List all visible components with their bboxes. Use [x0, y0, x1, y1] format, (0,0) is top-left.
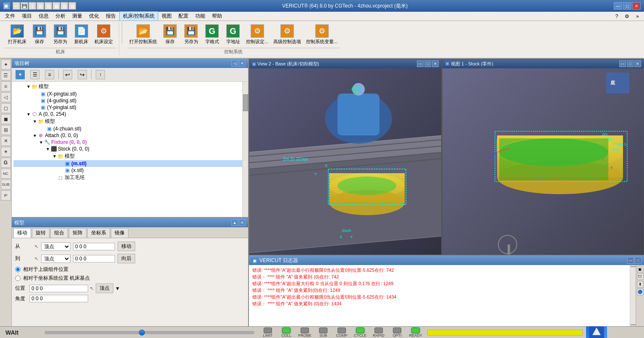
sidebar-add-icon[interactable]: ✦ [1, 60, 11, 70]
menu-file[interactable]: 文件 [2, 12, 18, 21]
view-base-close[interactable]: ✕ [432, 60, 439, 67]
back-button[interactable]: 向后 [118, 254, 135, 263]
view-base-minimize[interactable]: — [417, 60, 424, 67]
sidebar-sub-icon[interactable]: SUB [1, 179, 11, 190]
log-maximize-btn[interactable]: □ [635, 257, 641, 264]
sidebar-list-icon[interactable]: ☰ [1, 70, 11, 81]
position-input[interactable] [29, 285, 88, 292]
slider-thumb[interactable] [139, 330, 145, 335]
menu-function[interactable]: 功能 [192, 12, 209, 21]
progress-slider[interactable] [45, 331, 254, 334]
tree-add-button[interactable]: ✦ [13, 69, 27, 81]
view-base-maximize[interactable]: □ [424, 60, 431, 67]
tree-item-7[interactable]: ▼ ⊕ Attach (0, 0, 0) [13, 132, 246, 139]
log-side-icon-4[interactable]: 🔵 [637, 289, 644, 295]
props-collapse-btn[interactable]: ▲ [231, 219, 238, 226]
tab-rotate[interactable]: 旋转 [32, 228, 50, 238]
tree-item-10[interactable]: ▼ 📁 模型 [13, 152, 246, 160]
tree-item-0[interactable]: ▼ 📁 模型 [13, 83, 246, 91]
tab-matrix[interactable]: 矩阵 [69, 228, 86, 238]
view-stock-content[interactable]: Zm Zc ZCsys 1 Zwp X Y 底 [442, 68, 644, 255]
save-machine-button[interactable]: 💾 保存 [29, 23, 50, 46]
tree-list-button[interactable]: ☰ [28, 69, 42, 81]
sidebar-ip-icon[interactable]: IP [1, 190, 11, 200]
radio-relative-parent[interactable] [15, 267, 21, 272]
close-button[interactable]: ✕ [632, 2, 641, 10]
sidebar-expand-icon[interactable]: ◁ [1, 92, 11, 102]
maximize-button[interactable]: □ [623, 2, 631, 10]
log-side-icon-3[interactable]: ⬆ [637, 281, 644, 288]
sidebar-g-icon[interactable]: G [1, 158, 11, 168]
to-input[interactable] [73, 255, 115, 263]
tree-item-2[interactable]: ▣ (4-guding.stl) [13, 97, 246, 104]
tab-coord[interactable]: 坐标系 [87, 228, 110, 238]
sidebar-grid-icon[interactable]: ⊞ [1, 125, 11, 135]
project-tree-area[interactable]: ▼ 📁 模型 ▣ (X-pingtai.stl) ▣ (4-guding.stl… [12, 82, 248, 217]
menu-project[interactable]: 项目 [18, 12, 35, 21]
save-control-button[interactable]: 💾 保存 [160, 23, 180, 46]
to-select[interactable]: 顶点 [41, 255, 71, 263]
log-side-icon-1[interactable]: ▣ [637, 266, 644, 273]
tree-item-13[interactable]: ◻ 加工毛坯 [13, 174, 246, 182]
open-control-button[interactable]: 📂 打开控制系统 [127, 23, 159, 46]
from-input[interactable] [73, 243, 115, 250]
undo-icon[interactable]: ↩ [13, 2, 20, 10]
tree-redo-button[interactable]: ↪ [76, 69, 89, 81]
tree-item-4[interactable]: ▼ ⬡ A (0, 0, 254) [13, 111, 246, 117]
tree-item-1[interactable]: ▣ (X-pingtai.stl) [13, 91, 246, 97]
view-icon-3[interactable]: ▦ [52, 2, 60, 10]
menu-optimize[interactable]: 优化 [86, 12, 102, 21]
menu-config[interactable]: 配置 [175, 12, 192, 21]
log-scrollbar[interactable] [630, 265, 636, 326]
view-stock-minimize[interactable]: — [619, 60, 626, 67]
info-icon[interactable]: ℹ [29, 2, 36, 10]
sidebar-shape-icon[interactable]: ◻ [1, 103, 11, 113]
tree-undo-button[interactable]: ↩ [61, 69, 74, 81]
radio-relative-coord[interactable] [15, 276, 21, 281]
tree-item-12[interactable]: ▣ (x.stl) [13, 167, 246, 174]
advanced-control-button[interactable]: ⚙ 高级控制选项 [271, 23, 303, 46]
tree-item-11[interactable]: ▣ (m.stl) [13, 160, 246, 167]
tree-item-5[interactable]: ▼ 📁 模型 [13, 117, 246, 125]
view-base-content[interactable]: Zm Zc ZCsys Y X Zmch X Y [249, 68, 441, 255]
view-stock-maximize[interactable]: □ [627, 60, 634, 67]
tree-item-8[interactable]: ▼ 🔧 Fixture (0, 0, 0) [13, 139, 246, 146]
menu-gear-right[interactable]: ⚙ [621, 13, 633, 20]
tab-combine[interactable]: 组合 [50, 228, 68, 238]
sidebar-star-icon[interactable]: ✴ [1, 147, 11, 157]
log-side-icon-2[interactable]: 🛡 [637, 273, 644, 280]
tree-item-3[interactable]: ▣ (Y-pingtai.stl) [13, 104, 246, 111]
angle-input[interactable] [29, 295, 88, 302]
menu-measure[interactable]: 测量 [69, 12, 86, 21]
view-icon-4[interactable]: ▧ [60, 2, 68, 10]
control-vars-button[interactable]: ⚙ 控制系统变量... [304, 23, 340, 46]
panel-collapse-btn[interactable]: ◁ [231, 60, 238, 67]
view-icon-5[interactable]: ▨ [68, 2, 76, 10]
menu-report[interactable]: 报告 [102, 12, 119, 21]
tree-item-6[interactable]: ▣ (4-zhuan.stl) [13, 125, 246, 132]
view-icon-2[interactable]: ▥ [45, 2, 52, 10]
sidebar-cross-icon[interactable]: ✕ [1, 136, 11, 146]
tree-list2-button[interactable]: ≡ [43, 69, 56, 81]
menu-question[interactable]: ? [612, 13, 622, 20]
new-machine-button[interactable]: 📄 新机床 [71, 23, 92, 46]
sidebar-nc-icon[interactable]: NC [1, 169, 11, 179]
open-machine-button[interactable]: 📂 打开机床 [6, 23, 29, 46]
menu-analysis[interactable]: 分析 [52, 12, 69, 21]
minimize-button[interactable]: — [614, 2, 622, 10]
panel-close-btn[interactable]: ✕ [239, 60, 246, 67]
view-stock-close[interactable]: ✕ [634, 60, 641, 67]
control-settings-button[interactable]: ⚙ 控制设定... [244, 23, 270, 46]
saveas-control-button[interactable]: 💾 另存为 [181, 23, 201, 46]
menu-help[interactable]: 帮助 [209, 12, 225, 21]
move-button[interactable]: 移动 [118, 242, 135, 251]
word-address-button[interactable]: G 字地址 [223, 23, 243, 46]
menu-view[interactable]: 视图 [158, 12, 175, 21]
log-content[interactable]: 错误: ****组件"A"超出最小行程极限0当从位置0到位置-5.625在行: … [249, 265, 630, 326]
tree-export-button[interactable]: ↑ [94, 69, 107, 81]
save-quick-icon[interactable]: 💾 [21, 2, 28, 10]
menu-info[interactable]: 信息 [35, 12, 52, 21]
vertex-btn[interactable]: 顶点 [96, 283, 113, 293]
from-select[interactable]: 顶点 [41, 242, 71, 251]
tree-item-9[interactable]: ▼ ⬛ Stock (0, 0, 0) [13, 146, 246, 152]
